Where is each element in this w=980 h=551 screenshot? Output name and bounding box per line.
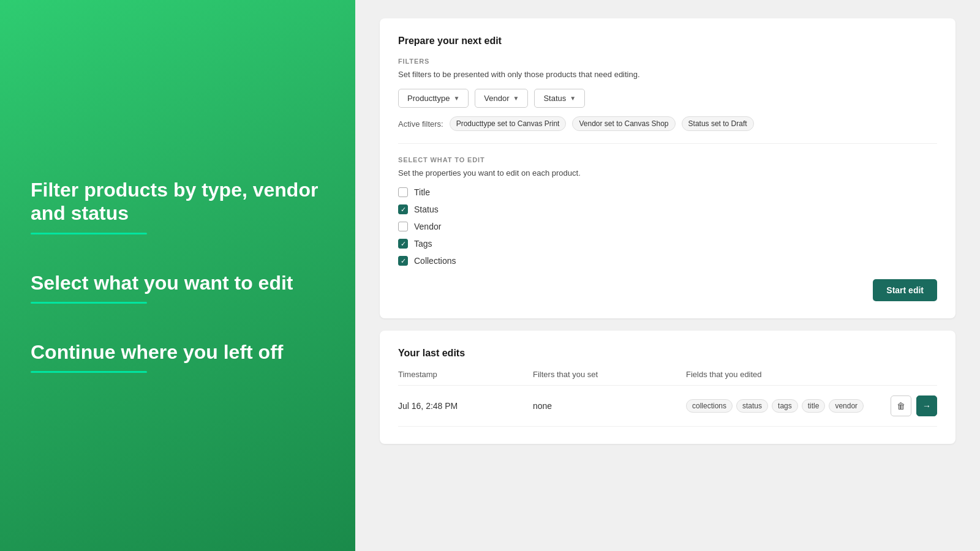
filters-section-desc: Set filters to be presented with only th… bbox=[398, 70, 937, 79]
row-actions: 🗑 → bbox=[888, 395, 937, 416]
checkbox-status-label: Status bbox=[414, 204, 439, 214]
prepare-card: Prepare your next edit FILTERS Set filte… bbox=[380, 18, 956, 318]
checkboxes-section: SELECT WHAT TO EDIT Set the properties y… bbox=[398, 143, 937, 266]
col-fields: Fields that you edited bbox=[686, 370, 888, 379]
producttype-filter-label: Producttype bbox=[407, 94, 450, 103]
field-tag-title: title bbox=[802, 399, 826, 413]
prepare-card-footer: Start edit bbox=[398, 279, 937, 301]
resume-row-button[interactable]: → bbox=[916, 395, 937, 416]
field-tag-collections: collections bbox=[686, 399, 733, 413]
active-filter-vendor: Vendor set to Canvas Shop bbox=[572, 116, 675, 131]
vendor-chevron-icon: ▼ bbox=[513, 95, 519, 102]
feature-continue-line bbox=[31, 371, 147, 373]
status-chevron-icon: ▼ bbox=[570, 95, 576, 102]
row-fields: collections status tags title vendor bbox=[686, 399, 888, 413]
vendor-filter-label: Vendor bbox=[484, 94, 509, 103]
checkbox-tags[interactable]: ✓ Tags bbox=[398, 239, 937, 249]
right-panel: Prepare your next edit FILTERS Set filte… bbox=[355, 0, 980, 551]
table-row: Jul 16, 2:48 PM none collections status … bbox=[398, 386, 937, 427]
feature-select-title: Select what you want to edit bbox=[31, 271, 325, 294]
status-filter-label: Status bbox=[543, 94, 566, 103]
checkbox-vendor-label: Vendor bbox=[414, 222, 441, 231]
feature-select-line bbox=[31, 302, 147, 304]
prepare-card-title: Prepare your next edit bbox=[398, 36, 937, 47]
last-edits-title: Your last edits bbox=[398, 348, 937, 359]
left-panel: Filter products by type, vendor and stat… bbox=[0, 0, 355, 551]
field-tag-tags: tags bbox=[772, 399, 798, 413]
feature-filter-title: Filter products by type, vendor and stat… bbox=[31, 178, 325, 225]
checkbox-collections[interactable]: ✓ Collections bbox=[398, 256, 937, 266]
active-filter-producttype: Producttype set to Canvas Print bbox=[450, 116, 567, 131]
active-filter-status: Status set to Draft bbox=[682, 116, 754, 131]
filter-buttons-row: Producttype ▼ Vendor ▼ Status ▼ bbox=[398, 89, 937, 108]
row-timestamp: Jul 16, 2:48 PM bbox=[398, 401, 533, 411]
active-filters-label: Active filters: bbox=[398, 119, 443, 129]
feature-continue-title: Continue where you left off bbox=[31, 340, 325, 364]
select-section-desc: Set the properties you want to edit on e… bbox=[398, 168, 937, 178]
status-filter-button[interactable]: Status ▼ bbox=[534, 89, 585, 108]
checkbox-title-label: Title bbox=[414, 187, 430, 197]
checkbox-title-input[interactable] bbox=[398, 187, 408, 197]
table-header: Timestamp Filters that you set Fields th… bbox=[398, 370, 937, 386]
arrow-right-icon: → bbox=[922, 401, 931, 411]
delete-row-button[interactable]: 🗑 bbox=[891, 395, 911, 416]
checkbox-title[interactable]: Title bbox=[398, 187, 937, 197]
feature-select: Select what you want to edit bbox=[31, 271, 325, 304]
feature-continue: Continue where you left off bbox=[31, 340, 325, 373]
feature-filter-line bbox=[31, 233, 147, 234]
vendor-filter-button[interactable]: Vendor ▼ bbox=[475, 89, 528, 108]
checkbox-vendor[interactable]: Vendor bbox=[398, 222, 937, 231]
checkbox-tags-input[interactable]: ✓ bbox=[398, 239, 408, 249]
row-filters: none bbox=[533, 401, 686, 411]
trash-icon: 🗑 bbox=[897, 401, 905, 411]
last-edits-card: Your last edits Timestamp Filters that y… bbox=[380, 331, 956, 444]
select-section-label: SELECT WHAT TO EDIT bbox=[398, 156, 937, 163]
feature-filter: Filter products by type, vendor and stat… bbox=[31, 178, 325, 234]
start-edit-button[interactable]: Start edit bbox=[873, 279, 937, 301]
checkbox-status-input[interactable]: ✓ bbox=[398, 204, 408, 214]
active-filters-row: Active filters: Producttype set to Canva… bbox=[398, 116, 937, 131]
producttype-filter-button[interactable]: Producttype ▼ bbox=[398, 89, 469, 108]
col-timestamp: Timestamp bbox=[398, 370, 533, 379]
field-tag-status: status bbox=[736, 399, 768, 413]
col-actions bbox=[888, 370, 937, 379]
field-tags-row: collections status tags title vendor bbox=[686, 399, 888, 413]
field-tag-vendor: vendor bbox=[829, 399, 864, 413]
checkbox-collections-label: Collections bbox=[414, 256, 456, 266]
producttype-chevron-icon: ▼ bbox=[453, 95, 459, 102]
checkbox-tags-label: Tags bbox=[414, 239, 432, 249]
row-actions-cell: 🗑 → bbox=[888, 395, 937, 416]
checkbox-vendor-input[interactable] bbox=[398, 222, 408, 231]
checkbox-status[interactable]: ✓ Status bbox=[398, 204, 937, 214]
filters-section-label: FILTERS bbox=[398, 58, 937, 65]
checkbox-collections-input[interactable]: ✓ bbox=[398, 256, 408, 266]
col-filters: Filters that you set bbox=[533, 370, 686, 379]
